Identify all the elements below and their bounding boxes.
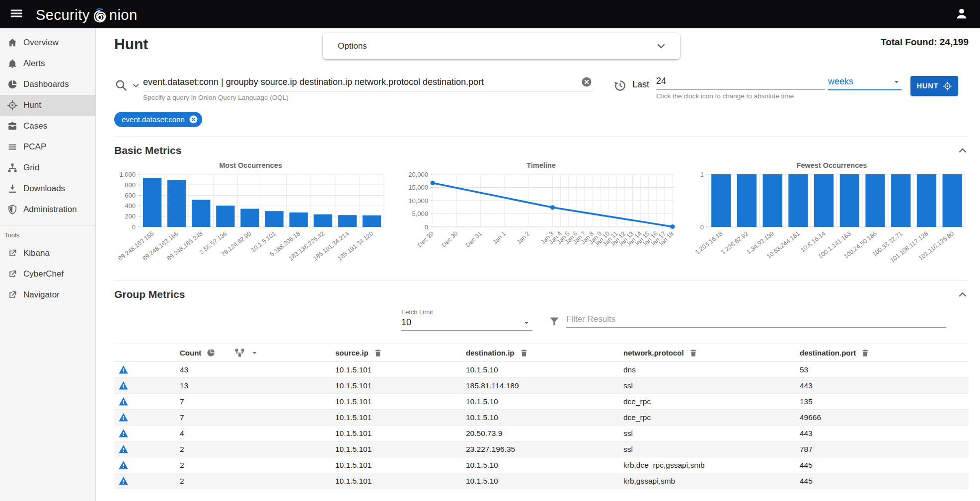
sidebar-item-pcap[interactable]: PCAP [0,137,95,157]
warning-icon[interactable] [118,380,129,391]
cell-destination-port[interactable]: 787 [800,445,969,454]
cell-source-ip[interactable]: 10.1.5.101 [335,445,466,454]
cell-count[interactable]: 43 [149,365,335,374]
cell-destination-ip[interactable]: 10.1.5.10 [466,461,623,470]
time-duration-input[interactable] [656,76,825,86]
fetch-limit-select[interactable]: 10 [401,316,532,331]
warning-icon[interactable] [118,428,129,438]
cell-destination-ip[interactable]: 10.1.5.10 [466,397,623,406]
cell-count[interactable]: 13 [149,381,335,390]
cell-network-protocol[interactable]: ssl [623,381,800,390]
time-units-select[interactable]: weeks [828,76,902,90]
filter-results-input[interactable] [566,314,946,328]
cell-network-protocol[interactable]: dce_rpc [623,397,800,406]
sidebar-item-downloads[interactable]: Downloads [0,178,95,199]
sidebar-tool-kibana[interactable]: Kibana [0,243,95,264]
cell-count[interactable]: 7 [149,397,335,406]
column-header-network_protocol[interactable]: network.protocol [623,349,800,358]
sidebar-item-alerts[interactable]: Alerts [0,53,95,74]
cell-source-ip[interactable]: 10.1.5.101 [335,477,466,486]
cell-source-ip[interactable]: 10.1.5.101 [335,381,466,390]
cell-network-protocol[interactable]: krb,gssapi,smb [623,477,800,486]
svg-text:Dec 31: Dec 31 [464,230,483,249]
sidebar-tool-cyberchef[interactable]: CyberChef [0,264,95,285]
table-row[interactable]: 410.1.5.10120.50.73.9ssl443 [114,426,969,441]
cell-count[interactable]: 2 [149,445,335,454]
cell-source-ip[interactable]: 10.1.5.101 [335,365,466,374]
cell-source-ip[interactable]: 10.1.5.101 [335,397,466,406]
svg-text:0: 0 [700,223,704,231]
cell-destination-port[interactable]: 49666 [800,413,969,422]
user-icon[interactable] [953,6,970,23]
warning-icon[interactable] [118,444,129,454]
trash-icon[interactable] [520,349,528,358]
cell-source-ip[interactable]: 10.1.5.101 [335,429,466,438]
cell-destination-ip[interactable]: 23.227.196.35 [466,445,623,454]
sidebar-item-overview[interactable]: Overview [0,32,95,53]
crosshair-icon [6,100,19,111]
svg-text:1,000: 1,000 [119,171,136,178]
clock-history-icon[interactable] [613,79,627,92]
cell-network-protocol[interactable]: krb,dce_rpc,gssapi,smb [623,461,800,470]
cell-destination-ip[interactable]: 20.50.73.9 [466,429,623,438]
warning-icon[interactable] [118,476,129,486]
table-row[interactable]: 710.1.5.10110.1.5.10dce_rpc135 [114,394,969,410]
chip-close-icon[interactable] [189,115,198,124]
table-row[interactable]: 210.1.5.10110.1.5.10krb,dce_rpc,gssapi,s… [114,457,969,473]
cell-destination-port[interactable]: 443 [800,429,969,438]
column-header-destination_ip[interactable]: destination.ip [466,349,623,358]
collapse-chevron-up-icon[interactable] [957,288,969,300]
sidebar-item-cases[interactable]: Cases [0,116,95,137]
sidebar-tool-navigator[interactable]: Navigator [0,285,95,305]
cell-destination-port[interactable]: 443 [800,381,969,390]
cell-source-ip[interactable]: 10.1.5.101 [335,461,466,470]
warning-icon[interactable] [118,412,129,423]
table-row[interactable]: 1310.1.5.101185.81.114.189ssl443 [114,378,969,394]
sidebar-item-administration[interactable]: Administration [0,199,95,220]
cell-count[interactable]: 2 [149,461,335,470]
cell-count[interactable]: 7 [149,413,335,422]
sidebar-item-dashboards[interactable]: Dashboards [0,74,95,95]
column-header-source_ip[interactable]: source.ip [335,349,466,358]
options-expander[interactable]: Options [323,33,680,59]
fetch-limit-label: Fetch Limit [401,308,532,316]
filter-chip[interactable]: event.dataset:conn [114,112,202,127]
column-header-destination_port[interactable]: destination.port [800,349,969,358]
trash-icon[interactable] [689,349,698,358]
external-link-icon [6,248,19,258]
column-header-count[interactable]: Count [149,348,335,358]
warning-icon[interactable] [118,364,129,375]
cell-destination-ip[interactable]: 10.1.5.10 [466,365,623,374]
cell-destination-ip[interactable]: 185.81.114.189 [466,381,623,390]
warning-icon[interactable] [118,460,129,470]
cell-destination-ip[interactable]: 10.1.5.10 [466,413,623,422]
cell-source-ip[interactable]: 10.1.5.101 [335,413,466,422]
trash-icon[interactable] [374,349,382,358]
hunt-button[interactable]: HUNT [910,76,958,96]
table-row[interactable]: 210.1.5.10123.227.196.35ssl787 [114,441,969,457]
cell-network-protocol[interactable]: ssl [623,429,800,438]
cell-network-protocol[interactable]: dce_rpc [623,413,800,422]
collapse-chevron-up-icon[interactable] [957,144,969,156]
cell-destination-port[interactable]: 445 [800,477,969,486]
warning-icon[interactable] [118,396,129,407]
cell-destination-port[interactable]: 53 [800,365,969,374]
table-row[interactable]: 710.1.5.10110.1.5.10dce_rpc49666 [114,410,969,426]
query-history-chevron-icon[interactable] [131,81,141,90]
cell-network-protocol[interactable]: dns [623,365,800,374]
cell-destination-port[interactable]: 445 [800,461,969,470]
trash-icon[interactable] [861,349,870,358]
query-clear-icon[interactable] [581,76,593,88]
sidebar-item-grid[interactable]: Grid [0,157,95,178]
cell-destination-port[interactable]: 135 [800,397,969,406]
cell-count[interactable]: 2 [149,477,335,486]
table-row[interactable]: 4310.1.5.10110.1.5.10dns53 [114,362,969,378]
table-row[interactable]: 210.1.5.10110.1.5.10krb,gssapi,smb445 [114,473,969,489]
cell-count[interactable]: 4 [149,429,335,438]
cell-destination-ip[interactable]: 10.1.5.10 [466,477,623,486]
sidebar-item-hunt[interactable]: Hunt [0,95,95,116]
query-input[interactable] [143,77,581,87]
top-app-bar: Security nion [0,0,980,28]
cell-network-protocol[interactable]: ssl [623,445,800,454]
menu-hamburger-icon[interactable] [8,6,25,23]
